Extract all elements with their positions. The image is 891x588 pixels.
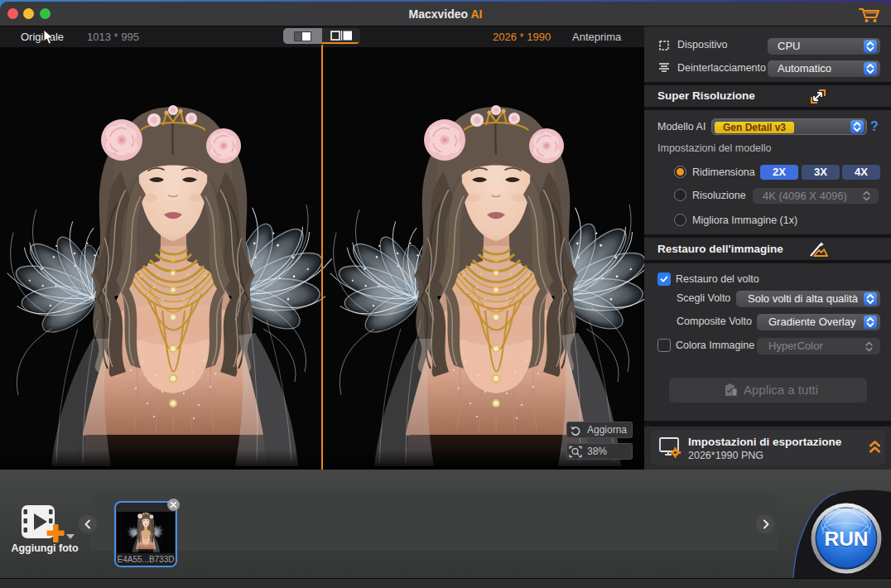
svg-text:RUN: RUN xyxy=(824,528,868,550)
